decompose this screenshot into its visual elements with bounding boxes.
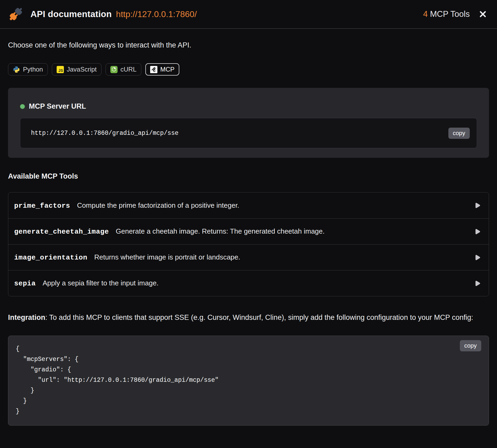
tool-name: prime_factors xyxy=(14,202,70,210)
integration-note: Integration: To add this MCP to clients … xyxy=(8,311,486,324)
tool-name: sepia xyxy=(14,280,36,288)
mcp-tools-count-number: 4 xyxy=(423,9,428,19)
mcp-config-code-block: copy { "mcpServers": { "gradio": { "url"… xyxy=(8,336,489,426)
tool-text: image_orientation Returns whether image … xyxy=(14,253,472,262)
mcp-server-url-label: MCP Server URL xyxy=(29,102,86,111)
tool-row-image-orientation[interactable]: image_orientation Returns whether image … xyxy=(8,244,489,270)
header-bar: API documentation http://127.0.0.1:7860/… xyxy=(0,0,497,29)
python-icon xyxy=(13,66,20,73)
tab-javascript-label: JavaScript xyxy=(67,66,97,73)
language-tabs: Python JS JavaScript cURL xyxy=(8,63,489,76)
server-root-url-link[interactable]: http://127.0.0.1:7860/ xyxy=(116,9,197,19)
mcp-server-panel: MCP Server URL http://127.0.0.1:7860/gra… xyxy=(8,88,489,158)
mcp-icon xyxy=(150,66,157,73)
copy-config-button[interactable]: copy xyxy=(460,340,481,351)
tool-description: Compute the prime factorization of a pos… xyxy=(77,201,239,210)
mcp-tools-count-label: MCP Tools xyxy=(428,9,470,19)
tool-row-generate-cheetah-image[interactable]: generate_cheetah_image Generate a cheeta… xyxy=(8,218,489,244)
tool-name: generate_cheetah_image xyxy=(14,228,109,236)
run-tool-button[interactable] xyxy=(472,201,482,210)
tab-curl[interactable]: cURL xyxy=(106,63,141,76)
close-button[interactable] xyxy=(478,9,488,19)
intro-text: Choose one of the following ways to inte… xyxy=(8,41,489,49)
tool-name: image_orientation xyxy=(14,254,87,262)
run-tool-button[interactable] xyxy=(472,279,482,288)
tool-description: Returns whether image is portrait or lan… xyxy=(94,253,240,261)
tab-mcp[interactable]: MCP xyxy=(145,63,179,76)
plug-connection-icon xyxy=(7,6,24,22)
integration-note-bold: Integration xyxy=(8,313,45,321)
javascript-icon: JS xyxy=(57,66,64,73)
tool-row-sepia[interactable]: sepia Apply a sepia filter to the input … xyxy=(8,270,489,296)
tool-text: generate_cheetah_image Generate a cheeta… xyxy=(14,227,472,236)
copy-server-url-button[interactable]: copy xyxy=(448,128,470,139)
tool-description: Generate a cheetah image. Returns: The g… xyxy=(116,227,324,235)
page-title: API documentation xyxy=(30,9,112,19)
tool-description: Apply a sepia filter to the input image. xyxy=(43,279,159,287)
tab-python-label: Python xyxy=(23,66,43,73)
play-icon xyxy=(473,280,481,287)
api-documentation-page: API documentation http://127.0.0.1:7860/… xyxy=(0,0,497,448)
run-tool-button[interactable] xyxy=(472,227,482,236)
mcp-server-label-row: MCP Server URL xyxy=(20,102,477,111)
tool-text: prime_factors Compute the prime factoriz… xyxy=(14,201,472,210)
tab-curl-label: cURL xyxy=(121,66,137,73)
tool-row-prime-factors[interactable]: prime_factors Compute the prime factoriz… xyxy=(8,192,489,218)
play-icon xyxy=(473,202,481,209)
curl-icon xyxy=(110,66,118,73)
play-icon xyxy=(473,228,481,235)
tab-mcp-label: MCP xyxy=(160,66,174,73)
run-tool-button[interactable] xyxy=(472,253,482,262)
tool-text: sepia Apply a sepia filter to the input … xyxy=(14,279,472,288)
config-code-line: "url": "http://127.0.0.1:7860/gradio_api… xyxy=(16,375,478,386)
config-code-line: "mcpServers": { xyxy=(16,354,478,365)
mcp-server-url-value: http://127.0.0.1:7860/gradio_api/mcp/sse xyxy=(31,130,448,137)
close-icon xyxy=(479,10,487,18)
config-code-line: "gradio": { xyxy=(16,365,478,375)
config-code-line: } xyxy=(16,386,478,396)
green-status-dot xyxy=(20,104,25,109)
tab-javascript[interactable]: JS JavaScript xyxy=(52,63,102,76)
integration-note-text: : To add this MCP to clients that suppor… xyxy=(45,313,473,321)
config-code-line: } xyxy=(16,406,478,417)
play-icon xyxy=(473,254,481,261)
mcp-tools-table: prime_factors Compute the prime factoriz… xyxy=(8,192,489,296)
config-code-line: { xyxy=(16,344,478,354)
main-content: Choose one of the following ways to inte… xyxy=(0,41,497,426)
config-code-line: } xyxy=(16,396,478,406)
mcp-tools-count: 4 MCP Tools xyxy=(423,9,470,19)
available-tools-heading: Available MCP Tools xyxy=(8,172,489,180)
tab-python[interactable]: Python xyxy=(8,63,48,76)
mcp-server-url-code-block: http://127.0.0.1:7860/gradio_api/mcp/sse… xyxy=(20,118,477,148)
